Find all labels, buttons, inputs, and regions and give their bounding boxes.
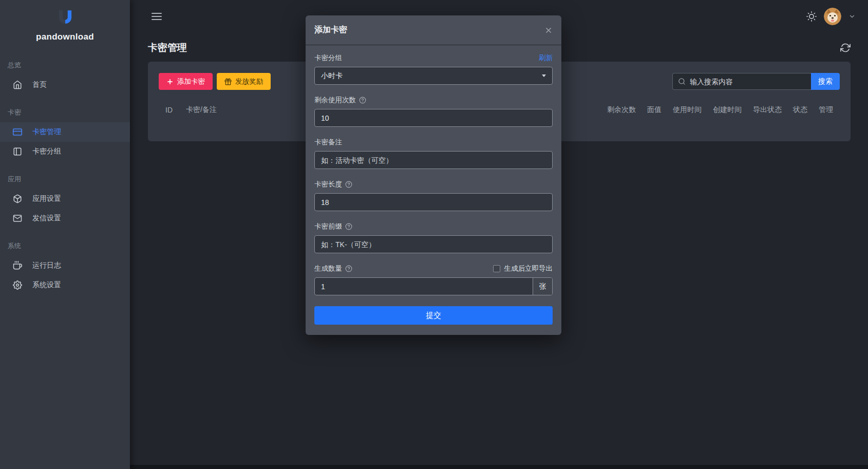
refresh-icon[interactable] (840, 43, 851, 53)
sidebar-item-system-settings[interactable]: 系统设置 (0, 275, 130, 295)
sidebar-item-label: 发信设置 (32, 214, 61, 223)
field-generate-count: 生成数量 生成后立即导出 张 (314, 264, 553, 295)
sidebar-item-label: 运行日志 (32, 261, 61, 270)
generate-count-input-group: 张 (314, 277, 553, 295)
chevron-down-icon[interactable] (848, 13, 856, 20)
help-icon (345, 181, 352, 188)
credit-card-icon (13, 127, 22, 137)
grant-reward-button[interactable]: 发放奖励 (217, 73, 271, 90)
modal-header: 添加卡密 (306, 15, 561, 45)
menu-icon[interactable] (152, 13, 162, 20)
search-input[interactable] (690, 78, 806, 86)
avatar-image (824, 8, 841, 25)
box-icon (13, 194, 22, 203)
checkbox-icon (493, 265, 500, 272)
cardkey-group-selected-value: 小时卡 (321, 71, 343, 81)
column-header-export-status: 导出状态 (753, 105, 782, 115)
column-header-face-value: 面值 (647, 105, 662, 115)
search-group: 搜索 (672, 73, 840, 90)
coffee-icon (13, 261, 22, 270)
column-header-remaining: 剩余次数 (607, 105, 636, 115)
sidebar-item-label: 卡密分组 (32, 147, 61, 156)
add-cardkey-modal: 添加卡密 卡密分组 刷新 小时卡 剩余使用次数 (306, 15, 561, 335)
plus-icon (166, 78, 174, 85)
search-box (672, 73, 811, 90)
search-button[interactable]: 搜索 (811, 73, 840, 90)
cardkey-length-label: 卡密长度 (314, 180, 342, 189)
cardkey-note-label: 卡密备注 (314, 138, 342, 147)
sidebar-item-label: 应用设置 (32, 194, 61, 203)
column-header-id: ID (165, 106, 186, 114)
generate-count-label: 生成数量 (314, 264, 342, 273)
nav-section-overview: 总览 (0, 47, 130, 75)
sidebar-item-label: 卡密管理 (32, 127, 61, 137)
submit-button[interactable]: 提交 (314, 306, 553, 325)
cardkey-group-select[interactable]: 小时卡 (314, 67, 553, 85)
nav-section-app: 应用 (0, 161, 130, 189)
sidebar-item-home[interactable]: 首页 (0, 75, 130, 95)
brand: pandownload (0, 0, 130, 47)
sidebar: pandownload 总览 首页 卡密 卡密管理 卡密分组 应用 应用设置 发… (0, 0, 130, 469)
help-icon (345, 265, 352, 272)
field-remaining-uses: 剩余使用次数 (314, 96, 553, 127)
window-bottom-edge (0, 465, 868, 469)
remaining-uses-label: 剩余使用次数 (314, 96, 356, 105)
cardkey-prefix-input[interactable] (314, 235, 553, 253)
cardkey-group-label: 卡密分组 (314, 53, 342, 63)
nav-section-cardkey: 卡密 (0, 95, 130, 122)
cardkey-note-input[interactable] (314, 151, 553, 169)
export-after-generate-checkbox[interactable]: 生成后立即导出 (493, 264, 553, 273)
field-cardkey-note: 卡密备注 (314, 138, 553, 169)
sidebar-item-mail-settings[interactable]: 发信设置 (0, 209, 130, 228)
refresh-groups-link[interactable]: 刷新 (539, 53, 553, 63)
help-icon (345, 223, 352, 230)
add-cardkey-label: 添加卡密 (177, 77, 205, 86)
add-cardkey-button[interactable]: 添加卡密 (159, 73, 213, 90)
home-icon (13, 80, 22, 89)
nav-section-system: 系统 (0, 228, 130, 256)
field-cardkey-group: 卡密分组 刷新 小时卡 (314, 53, 553, 85)
column-header-status: 状态 (793, 105, 807, 115)
sidebar-item-app-settings[interactable]: 应用设置 (0, 189, 130, 209)
field-cardkey-prefix: 卡密前缀 (314, 222, 553, 253)
column-header-key-note: 卡密/备注 (186, 105, 217, 115)
gift-icon (224, 78, 232, 85)
page-title: 卡密管理 (148, 41, 187, 54)
cardkey-prefix-label: 卡密前缀 (314, 222, 342, 231)
columns-icon (13, 147, 22, 156)
sidebar-item-label: 首页 (32, 80, 47, 89)
modal-body: 卡密分组 刷新 小时卡 剩余使用次数 卡密备注 (306, 45, 561, 335)
count-unit-addon: 张 (533, 278, 552, 295)
sidebar-item-cardkey-groups[interactable]: 卡密分组 (0, 142, 130, 161)
mail-icon (13, 214, 22, 223)
field-cardkey-length: 卡密长度 (314, 180, 553, 211)
sidebar-item-label: 系统设置 (32, 280, 61, 290)
avatar[interactable] (824, 8, 841, 25)
gear-icon (13, 280, 22, 290)
remaining-uses-input[interactable] (314, 109, 553, 127)
pandownload-logo-icon (55, 9, 75, 28)
sidebar-item-run-logs[interactable]: 运行日志 (0, 256, 130, 275)
brand-name: pandownload (0, 32, 130, 42)
help-icon (359, 97, 366, 104)
grant-reward-label: 发放奖励 (235, 77, 263, 86)
cardkey-length-input[interactable] (314, 193, 553, 211)
column-header-use-time: 使用时间 (673, 105, 702, 115)
close-icon[interactable] (544, 26, 553, 34)
export-after-generate-label: 生成后立即导出 (504, 264, 553, 273)
column-header-create-time: 创建时间 (713, 105, 742, 115)
modal-title: 添加卡密 (314, 25, 347, 35)
search-icon (678, 78, 686, 85)
select-caret-icon (542, 74, 546, 77)
column-header-manage: 管理 (819, 105, 833, 115)
sidebar-item-cardkey-management[interactable]: 卡密管理 (0, 122, 130, 142)
generate-count-input[interactable] (315, 278, 533, 295)
sun-icon[interactable] (806, 11, 817, 22)
